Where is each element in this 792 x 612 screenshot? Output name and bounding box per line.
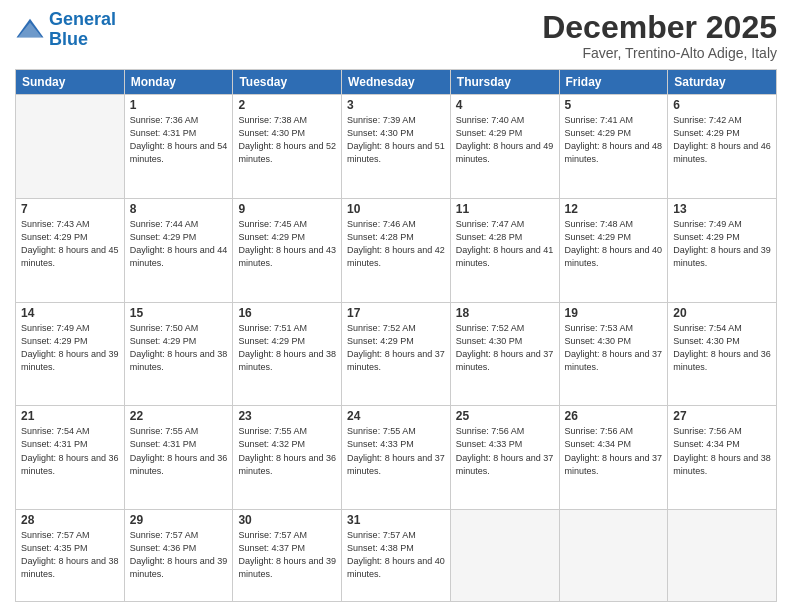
day-info: Sunrise: 7:47 AM Sunset: 4:28 PM Dayligh… (456, 218, 554, 270)
calendar-cell: 15Sunrise: 7:50 AM Sunset: 4:29 PM Dayli… (124, 302, 233, 406)
header: General Blue December 2025 Faver, Trenti… (15, 10, 777, 61)
calendar-cell (450, 510, 559, 602)
calendar-cell: 27Sunrise: 7:56 AM Sunset: 4:34 PM Dayli… (668, 406, 777, 510)
day-number: 23 (238, 409, 336, 423)
day-info: Sunrise: 7:46 AM Sunset: 4:28 PM Dayligh… (347, 218, 445, 270)
day-info: Sunrise: 7:39 AM Sunset: 4:30 PM Dayligh… (347, 114, 445, 166)
day-number: 5 (565, 98, 663, 112)
calendar-cell: 8Sunrise: 7:44 AM Sunset: 4:29 PM Daylig… (124, 198, 233, 302)
day-number: 15 (130, 306, 228, 320)
calendar-cell: 13Sunrise: 7:49 AM Sunset: 4:29 PM Dayli… (668, 198, 777, 302)
day-info: Sunrise: 7:51 AM Sunset: 4:29 PM Dayligh… (238, 322, 336, 374)
col-header-sunday: Sunday (16, 70, 125, 95)
day-number: 4 (456, 98, 554, 112)
day-info: Sunrise: 7:45 AM Sunset: 4:29 PM Dayligh… (238, 218, 336, 270)
day-info: Sunrise: 7:49 AM Sunset: 4:29 PM Dayligh… (21, 322, 119, 374)
logo-icon (15, 15, 45, 45)
day-info: Sunrise: 7:40 AM Sunset: 4:29 PM Dayligh… (456, 114, 554, 166)
day-info: Sunrise: 7:57 AM Sunset: 4:35 PM Dayligh… (21, 529, 119, 581)
calendar-cell: 20Sunrise: 7:54 AM Sunset: 4:30 PM Dayli… (668, 302, 777, 406)
day-info: Sunrise: 7:56 AM Sunset: 4:34 PM Dayligh… (673, 425, 771, 477)
calendar-cell: 3Sunrise: 7:39 AM Sunset: 4:30 PM Daylig… (342, 95, 451, 199)
calendar-cell: 19Sunrise: 7:53 AM Sunset: 4:30 PM Dayli… (559, 302, 668, 406)
day-number: 3 (347, 98, 445, 112)
calendar-cell: 28Sunrise: 7:57 AM Sunset: 4:35 PM Dayli… (16, 510, 125, 602)
logo-line1: General (49, 9, 116, 29)
day-info: Sunrise: 7:49 AM Sunset: 4:29 PM Dayligh… (673, 218, 771, 270)
calendar-cell: 2Sunrise: 7:38 AM Sunset: 4:30 PM Daylig… (233, 95, 342, 199)
subtitle: Faver, Trentino-Alto Adige, Italy (542, 45, 777, 61)
col-header-tuesday: Tuesday (233, 70, 342, 95)
day-info: Sunrise: 7:57 AM Sunset: 4:38 PM Dayligh… (347, 529, 445, 581)
calendar-cell: 16Sunrise: 7:51 AM Sunset: 4:29 PM Dayli… (233, 302, 342, 406)
day-number: 12 (565, 202, 663, 216)
logo: General Blue (15, 10, 116, 50)
day-info: Sunrise: 7:42 AM Sunset: 4:29 PM Dayligh… (673, 114, 771, 166)
day-number: 28 (21, 513, 119, 527)
day-number: 24 (347, 409, 445, 423)
day-number: 13 (673, 202, 771, 216)
day-info: Sunrise: 7:38 AM Sunset: 4:30 PM Dayligh… (238, 114, 336, 166)
day-number: 20 (673, 306, 771, 320)
day-info: Sunrise: 7:52 AM Sunset: 4:29 PM Dayligh… (347, 322, 445, 374)
calendar-cell (559, 510, 668, 602)
day-info: Sunrise: 7:44 AM Sunset: 4:29 PM Dayligh… (130, 218, 228, 270)
day-number: 30 (238, 513, 336, 527)
day-number: 26 (565, 409, 663, 423)
day-info: Sunrise: 7:48 AM Sunset: 4:29 PM Dayligh… (565, 218, 663, 270)
day-info: Sunrise: 7:57 AM Sunset: 4:37 PM Dayligh… (238, 529, 336, 581)
calendar-cell: 17Sunrise: 7:52 AM Sunset: 4:29 PM Dayli… (342, 302, 451, 406)
day-number: 2 (238, 98, 336, 112)
day-number: 1 (130, 98, 228, 112)
calendar-cell: 10Sunrise: 7:46 AM Sunset: 4:28 PM Dayli… (342, 198, 451, 302)
day-info: Sunrise: 7:55 AM Sunset: 4:32 PM Dayligh… (238, 425, 336, 477)
day-number: 29 (130, 513, 228, 527)
day-info: Sunrise: 7:55 AM Sunset: 4:33 PM Dayligh… (347, 425, 445, 477)
calendar-cell: 26Sunrise: 7:56 AM Sunset: 4:34 PM Dayli… (559, 406, 668, 510)
calendar-cell (16, 95, 125, 199)
calendar-week-2: 7Sunrise: 7:43 AM Sunset: 4:29 PM Daylig… (16, 198, 777, 302)
calendar-cell: 23Sunrise: 7:55 AM Sunset: 4:32 PM Dayli… (233, 406, 342, 510)
calendar-cell: 29Sunrise: 7:57 AM Sunset: 4:36 PM Dayli… (124, 510, 233, 602)
calendar-cell (668, 510, 777, 602)
day-info: Sunrise: 7:54 AM Sunset: 4:31 PM Dayligh… (21, 425, 119, 477)
calendar-cell: 12Sunrise: 7:48 AM Sunset: 4:29 PM Dayli… (559, 198, 668, 302)
calendar-week-3: 14Sunrise: 7:49 AM Sunset: 4:29 PM Dayli… (16, 302, 777, 406)
calendar-cell: 21Sunrise: 7:54 AM Sunset: 4:31 PM Dayli… (16, 406, 125, 510)
day-number: 10 (347, 202, 445, 216)
calendar-cell: 11Sunrise: 7:47 AM Sunset: 4:28 PM Dayli… (450, 198, 559, 302)
day-info: Sunrise: 7:55 AM Sunset: 4:31 PM Dayligh… (130, 425, 228, 477)
calendar-cell: 31Sunrise: 7:57 AM Sunset: 4:38 PM Dayli… (342, 510, 451, 602)
calendar-cell: 9Sunrise: 7:45 AM Sunset: 4:29 PM Daylig… (233, 198, 342, 302)
calendar-week-5: 28Sunrise: 7:57 AM Sunset: 4:35 PM Dayli… (16, 510, 777, 602)
col-header-thursday: Thursday (450, 70, 559, 95)
svg-marker-1 (18, 22, 42, 37)
page: General Blue December 2025 Faver, Trenti… (0, 0, 792, 612)
calendar-cell: 25Sunrise: 7:56 AM Sunset: 4:33 PM Dayli… (450, 406, 559, 510)
calendar-header-row: SundayMondayTuesdayWednesdayThursdayFrid… (16, 70, 777, 95)
day-number: 11 (456, 202, 554, 216)
day-number: 9 (238, 202, 336, 216)
main-title: December 2025 (542, 10, 777, 45)
day-number: 17 (347, 306, 445, 320)
calendar-week-1: 1Sunrise: 7:36 AM Sunset: 4:31 PM Daylig… (16, 95, 777, 199)
col-header-wednesday: Wednesday (342, 70, 451, 95)
calendar-cell: 22Sunrise: 7:55 AM Sunset: 4:31 PM Dayli… (124, 406, 233, 510)
day-info: Sunrise: 7:36 AM Sunset: 4:31 PM Dayligh… (130, 114, 228, 166)
col-header-monday: Monday (124, 70, 233, 95)
col-header-friday: Friday (559, 70, 668, 95)
day-number: 22 (130, 409, 228, 423)
calendar-cell: 4Sunrise: 7:40 AM Sunset: 4:29 PM Daylig… (450, 95, 559, 199)
day-number: 18 (456, 306, 554, 320)
calendar-cell: 6Sunrise: 7:42 AM Sunset: 4:29 PM Daylig… (668, 95, 777, 199)
day-info: Sunrise: 7:54 AM Sunset: 4:30 PM Dayligh… (673, 322, 771, 374)
day-info: Sunrise: 7:50 AM Sunset: 4:29 PM Dayligh… (130, 322, 228, 374)
day-info: Sunrise: 7:56 AM Sunset: 4:33 PM Dayligh… (456, 425, 554, 477)
day-number: 8 (130, 202, 228, 216)
day-number: 27 (673, 409, 771, 423)
day-info: Sunrise: 7:43 AM Sunset: 4:29 PM Dayligh… (21, 218, 119, 270)
calendar-week-4: 21Sunrise: 7:54 AM Sunset: 4:31 PM Dayli… (16, 406, 777, 510)
day-number: 25 (456, 409, 554, 423)
calendar-table: SundayMondayTuesdayWednesdayThursdayFrid… (15, 69, 777, 602)
day-info: Sunrise: 7:56 AM Sunset: 4:34 PM Dayligh… (565, 425, 663, 477)
